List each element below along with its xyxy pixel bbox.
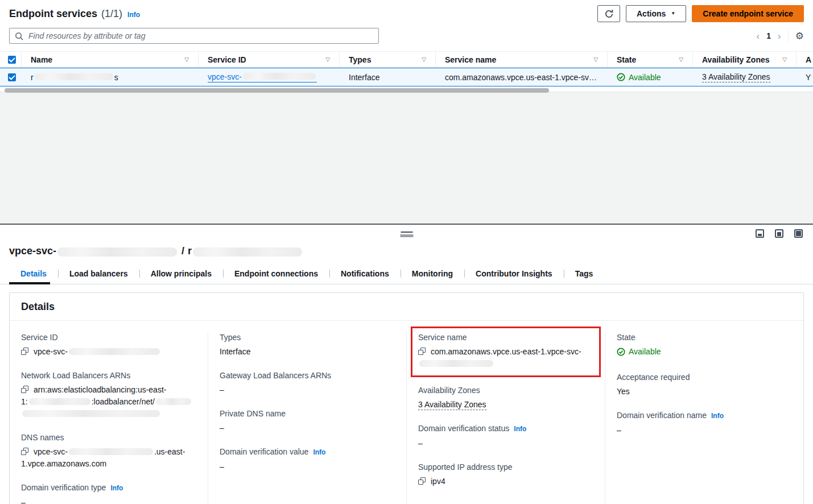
service-id-link[interactable]: vpce-svc- [208, 72, 317, 82]
details-column-4: State Available Acceptance required [605, 332, 803, 504]
tab-allow-principals[interactable]: Allow principals [139, 265, 223, 284]
panel-size-small-icon[interactable] [756, 229, 764, 238]
row-acceptance-cell: Y [797, 68, 813, 86]
split-panel-title-separator: / [181, 245, 184, 257]
row-checkbox[interactable] [8, 73, 16, 81]
details-card-header: Details [10, 293, 803, 321]
tab-monitoring[interactable]: Monitoring [401, 265, 464, 284]
split-panel-drag-handle[interactable] [400, 232, 413, 237]
field-value: vpce-svc-.us-east- 1.vpce.amazonaws.com [21, 446, 196, 470]
details-card: Details Service ID vpce-svc- Network Loa… [9, 292, 804, 504]
current-page-number[interactable]: 1 [766, 31, 771, 40]
refresh-button[interactable] [597, 5, 620, 22]
details-column-2: Types Interface Gateway Load Balancers A… [208, 332, 406, 504]
field-label: Types [220, 332, 395, 343]
field-domain-verification-type: Domain verification typeInfo – [21, 482, 196, 504]
status-badge: Available [617, 346, 661, 358]
sort-icon[interactable]: ▽ [181, 56, 189, 63]
redacted-service-name-tail [419, 360, 493, 367]
field-dns-names: DNS names vpce-svc-.us-east- 1.vpce.amaz… [21, 432, 196, 470]
field-label: Gateway Load Balancers ARNs [220, 370, 395, 381]
actions-button-label: Actions [637, 9, 666, 18]
column-header-service-id[interactable]: Service ID ▽ [199, 52, 340, 67]
state-label: Available [629, 73, 661, 82]
tab-endpoint-connections[interactable]: Endpoint connections [223, 265, 329, 284]
details-heading: Details [21, 301, 792, 313]
row-state-cell: Available [608, 68, 693, 86]
tab-tags[interactable]: Tags [564, 265, 605, 284]
search-input[interactable] [27, 31, 373, 41]
redacted-service-id-value [69, 348, 160, 355]
field-private-dns-name: Private DNS name – [220, 408, 395, 434]
info-link[interactable]: Info [711, 412, 724, 420]
redacted-arn-tail [22, 410, 160, 417]
create-endpoint-service-button[interactable]: Create endpoint service [692, 5, 804, 22]
field-supported-ip-address-type: Supported IP address type ipv4 [418, 461, 593, 488]
field-value: arn:aws:elasticloadbalancing:us-east- 1:… [21, 384, 196, 420]
copy-icon[interactable] [21, 348, 28, 355]
tab-details[interactable]: Details [9, 265, 58, 284]
column-header-name[interactable]: Name ▽ [22, 52, 199, 67]
column-header-acceptance[interactable]: A [797, 52, 813, 67]
copy-icon[interactable] [21, 448, 28, 455]
copy-icon[interactable] [21, 386, 28, 393]
copy-icon[interactable] [418, 477, 426, 485]
info-link[interactable]: Info [514, 425, 526, 433]
info-link[interactable]: Info [127, 11, 140, 19]
row-service-id-cell: vpce-svc- [199, 68, 340, 86]
details-column-1: Service ID vpce-svc- Network Load Balanc… [10, 332, 208, 504]
column-header-name-label: Name [31, 55, 52, 64]
column-header-service-name[interactable]: Service name ▽ [436, 52, 608, 67]
sort-icon[interactable]: ▽ [590, 56, 598, 63]
info-link[interactable]: Info [110, 484, 123, 492]
column-header-availability-zones[interactable]: Availability Zones ▽ [693, 52, 797, 67]
tab-contributor-insights[interactable]: Contributor Insights [464, 265, 564, 284]
sort-icon[interactable]: ▽ [675, 56, 683, 63]
field-value: Interface [220, 346, 395, 358]
sort-icon[interactable]: ▽ [418, 56, 426, 63]
split-panel: vpce-svc- / r Details Load balancers All… [0, 224, 813, 504]
table-row[interactable]: r s vpce-svc- Interface com.amazonaws.vp… [0, 68, 813, 86]
column-header-state[interactable]: State ▽ [608, 52, 693, 67]
sort-icon[interactable]: ▽ [779, 56, 787, 63]
info-link[interactable]: Info [313, 448, 325, 456]
field-label: Domain verification nameInfo [617, 410, 792, 422]
actions-button[interactable]: Actions ▼ [626, 5, 686, 22]
search-box[interactable] [9, 28, 379, 44]
field-label: Service name [418, 332, 593, 343]
settings-gear-icon[interactable]: ⚙ [795, 31, 804, 41]
field-label: Acceptance required [617, 371, 792, 383]
select-all-checkbox[interactable] [8, 56, 16, 64]
content-background [0, 92, 813, 224]
field-label: Private DNS name [220, 408, 395, 419]
next-page-button[interactable]: › [778, 31, 781, 41]
panel-size-medium-icon[interactable] [775, 229, 783, 238]
availability-zones-link[interactable]: 3 Availability Zones [418, 400, 486, 410]
field-value: ipv4 [418, 476, 593, 488]
column-header-types[interactable]: Types ▽ [340, 52, 436, 67]
tab-load-balancers[interactable]: Load balancers [58, 265, 139, 284]
dns-prefix: vpce-svc- [34, 447, 68, 456]
copy-icon[interactable] [418, 348, 426, 355]
redacted-account-id [29, 398, 90, 405]
field-value: – [617, 424, 792, 436]
redacted-lb-name [156, 398, 191, 405]
column-header-types-label: Types [349, 55, 371, 64]
panel-size-large-icon[interactable] [794, 229, 803, 238]
column-header-service-name-label: Service name [445, 55, 496, 64]
sort-icon[interactable]: ▽ [322, 56, 330, 63]
field-value: 3 Availability Zones [418, 399, 593, 411]
redacted-title-name [193, 247, 302, 257]
chevron-down-icon: ▼ [671, 11, 675, 16]
field-value: vpce-svc- [21, 346, 196, 358]
row-name-end: s [114, 73, 118, 82]
field-availability-zones: Availability Zones 3 Availability Zones [418, 385, 593, 411]
column-header-az-label: Availability Zones [702, 55, 770, 64]
availability-zones-link[interactable]: 3 Availability Zones [702, 72, 770, 82]
tab-notifications[interactable]: Notifications [329, 265, 401, 284]
field-label: Domain verification valueInfo [220, 446, 395, 458]
prev-page-button[interactable]: ‹ [757, 31, 760, 41]
horizontal-scrollbar-thumb[interactable] [5, 88, 549, 93]
row-types-cell: Interface [340, 68, 436, 86]
field-label: Domain verification typeInfo [21, 482, 196, 494]
